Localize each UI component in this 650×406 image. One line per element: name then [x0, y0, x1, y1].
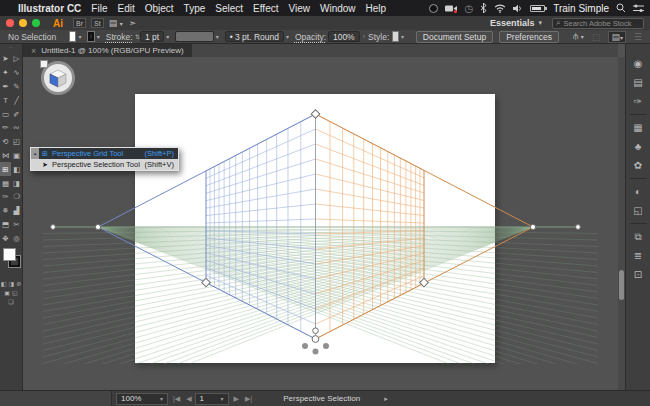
menu-item-select[interactable]: Select	[215, 3, 243, 14]
close-tab-icon[interactable]: ×	[31, 46, 36, 56]
pen-tool[interactable]: ✒	[0, 80, 11, 94]
menu-item-effect[interactable]: Effect	[253, 3, 278, 14]
stroke-weight-value[interactable]: 1 pt	[140, 31, 164, 42]
align-options-icon[interactable]: ⫛ ▾	[573, 31, 584, 42]
lasso-tool[interactable]: ∿	[11, 66, 22, 80]
volume-icon[interactable]	[513, 4, 523, 13]
swatches-panel-icon[interactable]: ✑	[629, 92, 648, 111]
shaper-tool[interactable]: ∾	[11, 121, 22, 135]
plane-switcher-widget[interactable]	[41, 61, 75, 95]
share-icon[interactable]: ➣	[129, 18, 137, 28]
rotate-tool[interactable]: ⟲	[0, 135, 11, 149]
shape-builder-tool[interactable]: ◧	[11, 162, 22, 176]
perspective-grid-tool[interactable]: ⊞	[0, 162, 11, 176]
color-panel-icon[interactable]: ◉	[629, 54, 648, 73]
color-guide-panel-icon[interactable]: ▤	[629, 73, 648, 92]
menu-item-view[interactable]: View	[288, 3, 310, 14]
document-tab[interactable]: × Untitled-1 @ 100% (RGB/GPU Preview)	[23, 44, 192, 57]
pencil-tool[interactable]: ✏	[0, 121, 11, 135]
style-caret-icon[interactable]: ▾	[401, 33, 404, 40]
document-setup-button[interactable]: Document Setup	[416, 31, 493, 43]
arrange-documents-icon[interactable]: ▤ ▾	[109, 18, 123, 28]
control-center-icon[interactable]	[633, 4, 644, 13]
artboards-panel-icon[interactable]: ⧉	[629, 227, 648, 246]
zoom-window-button[interactable]	[32, 19, 40, 27]
direct-selection-tool[interactable]: ▷	[11, 52, 22, 66]
workspace-icon[interactable]: ☰	[634, 32, 642, 42]
width-profile-caret-icon[interactable]: ▾	[216, 33, 219, 40]
screen-mode-button[interactable]: ❏	[0, 298, 22, 305]
brush-caret-icon[interactable]: ▾	[286, 33, 289, 40]
prev-artboard-button[interactable]: ◀	[186, 395, 191, 403]
libraries-panel-icon[interactable]: ⊡	[629, 265, 648, 284]
free-transform-tool[interactable]: ▣	[11, 149, 22, 163]
brush-definition[interactable]: • 3 pt. Round	[225, 31, 284, 42]
opacity-chevron-icon[interactable]: ›	[363, 33, 365, 40]
scrollbar-thumb[interactable]	[619, 270, 624, 300]
app-menu[interactable]: Illustrator CC	[18, 3, 81, 14]
rectangle-tool[interactable]: ▭	[0, 107, 11, 121]
gradient-tool[interactable]: ◨	[11, 176, 22, 190]
status-flyout-icon[interactable]: ▸	[384, 395, 388, 403]
eyedropper-tool[interactable]: ✑	[0, 190, 11, 204]
selection-tool[interactable]: ➤	[0, 52, 11, 66]
slice-tool[interactable]: ✂	[11, 218, 22, 232]
fill-stroke-control[interactable]	[0, 248, 23, 278]
hand-tool[interactable]: ✥	[0, 231, 11, 245]
symbols-panel-icon[interactable]: ♣	[629, 137, 648, 156]
curvature-tool[interactable]: ✎	[11, 80, 22, 94]
vertical-scrollbar[interactable]	[618, 57, 625, 390]
color-mode-buttons[interactable]: ◧◨⊘	[0, 280, 22, 287]
preferences-button[interactable]: Preferences	[499, 31, 559, 43]
opacity-value[interactable]: 100%	[328, 31, 360, 42]
search-icon[interactable]	[616, 3, 626, 13]
tools-grip[interactable]: ∙∙	[0, 44, 22, 52]
user-account-label[interactable]: Train Simple	[553, 3, 609, 14]
mesh-tool[interactable]: ▦	[0, 176, 11, 190]
flyout-item-perspective-selection-tool[interactable]: ➤Perspective Selection Tool(Shift+V)	[31, 159, 178, 170]
fill-caret-icon[interactable]: ▾	[78, 33, 81, 40]
menu-item-edit[interactable]: Edit	[117, 3, 134, 14]
width-tool[interactable]: ⋈	[0, 149, 11, 163]
arrange-icon[interactable]: ⬚	[592, 32, 601, 42]
draw-mode-buttons[interactable]: ▣◱	[0, 289, 22, 296]
style-swatch[interactable]	[392, 31, 399, 42]
bridge-button[interactable]: Br	[73, 18, 86, 28]
dnd-icon[interactable]	[429, 4, 438, 13]
minimize-window-button[interactable]	[19, 19, 27, 27]
fill-swatch[interactable]	[3, 248, 16, 261]
artboard-navigation-select[interactable]: 1 ▾	[195, 393, 229, 405]
blend-tool[interactable]: ❍	[11, 190, 22, 204]
battery-icon[interactable]	[530, 5, 545, 12]
menu-item-object[interactable]: Object	[145, 3, 174, 14]
line-segment-tool[interactable]: ╱	[11, 93, 22, 107]
bluetooth-icon[interactable]	[480, 3, 487, 13]
document-arrangement-icon[interactable]: ▤▾	[608, 31, 626, 43]
menu-item-help[interactable]: Help	[366, 3, 387, 14]
workspace-caret-icon[interactable]: ▾	[538, 19, 542, 27]
zoom-tool[interactable]: ◎	[11, 231, 22, 245]
workspace-switcher[interactable]: Essentials	[490, 18, 535, 28]
variable-width-profile[interactable]	[175, 31, 213, 42]
symbol-sprayer-tool[interactable]: ✵	[0, 204, 11, 218]
layers-panel-icon[interactable]: ≣	[629, 246, 648, 265]
transparency-panel-icon[interactable]: ◱	[629, 201, 648, 220]
camera-icon[interactable]	[445, 4, 458, 13]
stock-button[interactable]: St	[91, 18, 104, 28]
paintbrush-tool[interactable]: ✐	[11, 107, 22, 121]
flyout-item-perspective-grid-tool[interactable]: ▪⊞Perspective Grid Tool(Shift+P)	[31, 148, 178, 159]
menu-item-file[interactable]: File	[91, 3, 107, 14]
close-window-button[interactable]	[6, 19, 14, 27]
fill-color-swatch[interactable]	[69, 31, 76, 42]
stroke-weight-caret-icon[interactable]: ▾	[166, 33, 169, 40]
menu-item-type[interactable]: Type	[184, 3, 206, 14]
zoom-level-select[interactable]: 100% ▾	[116, 393, 168, 405]
stroke-color-swatch[interactable]	[87, 31, 94, 42]
next-artboard-button[interactable]: ▶	[234, 395, 239, 403]
magic-wand-tool[interactable]: ✦	[0, 66, 11, 80]
graphic-styles-panel-icon[interactable]: ✿	[629, 156, 648, 175]
clock-icon[interactable]: ◷	[465, 3, 474, 14]
gradient-panel-icon[interactable]: ◐	[629, 182, 648, 201]
last-artboard-button[interactable]: ▶|	[245, 395, 252, 403]
menu-item-window[interactable]: Window	[320, 3, 356, 14]
